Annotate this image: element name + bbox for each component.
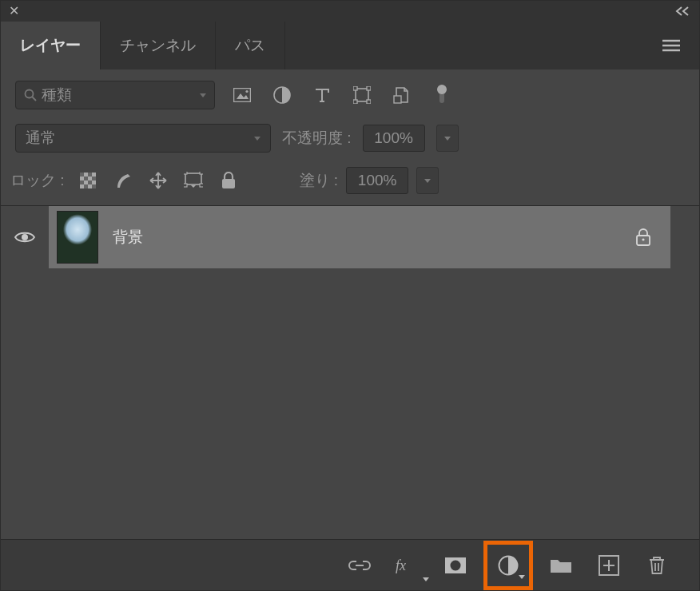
svg-rect-22: [92, 184, 96, 188]
opacity-value: 100%: [374, 129, 413, 147]
layers-list: 背景: [1, 206, 699, 510]
blend-opacity-row: 通常 不透明度 : 100%: [1, 117, 699, 159]
tab-paths[interactable]: パス: [216, 22, 285, 69]
search-icon: [24, 89, 37, 101]
lock-fill-row: ロック : 塗り : 100%: [1, 159, 699, 206]
svg-rect-2: [234, 89, 251, 102]
close-icon[interactable]: ✕: [9, 5, 19, 18]
svg-rect-28: [222, 179, 235, 188]
lock-all-icon[interactable]: [218, 170, 239, 191]
layer-row[interactable]: 背景: [1, 206, 699, 268]
link-layers-button[interactable]: [340, 546, 380, 585]
fill-value-input[interactable]: 100%: [346, 167, 408, 194]
filter-pixel-icon[interactable]: [233, 85, 252, 105]
filter-type-select[interactable]: 種類: [15, 81, 215, 109]
svg-point-4: [245, 90, 248, 93]
panel-titlebar: ✕: [1, 1, 699, 22]
chevron-down-icon: [200, 93, 206, 97]
svg-rect-18: [92, 177, 96, 180]
svg-marker-3: [237, 93, 249, 99]
svg-rect-11: [394, 96, 401, 103]
chevron-down-icon: [423, 577, 429, 581]
svg-rect-27: [200, 184, 203, 187]
filter-type-text-icon[interactable]: [312, 85, 332, 105]
opacity-stepper[interactable]: [436, 125, 459, 152]
svg-line-1: [33, 97, 37, 101]
layer-filter-row: 種類: [1, 69, 699, 117]
svg-point-29: [22, 234, 28, 240]
lock-position-icon[interactable]: [148, 170, 169, 191]
svg-rect-10: [367, 100, 371, 104]
fill-label: 塗り :: [300, 170, 339, 191]
filter-shape-icon[interactable]: [352, 85, 372, 105]
opacity-label: 不透明度 :: [282, 128, 352, 149]
svg-rect-7: [353, 86, 357, 90]
layer-fx-button[interactable]: fx: [388, 546, 428, 585]
svg-rect-26: [184, 184, 187, 187]
chevron-down-icon: [519, 575, 525, 579]
visibility-toggle[interactable]: [1, 230, 49, 244]
add-mask-button[interactable]: [436, 546, 475, 585]
svg-rect-9: [353, 100, 357, 104]
lock-transparent-icon[interactable]: [78, 170, 98, 191]
opacity-value-input[interactable]: 100%: [363, 125, 425, 152]
filter-adjustment-icon[interactable]: [272, 85, 292, 105]
filter-toggle-switch[interactable]: [432, 85, 451, 105]
filter-type-label: 種類: [42, 85, 72, 105]
lock-artboard-icon[interactable]: [183, 170, 204, 191]
svg-rect-15: [80, 173, 84, 177]
tab-label: レイヤー: [20, 35, 81, 56]
layer-name-label[interactable]: 背景: [113, 227, 143, 248]
lock-image-icon[interactable]: [113, 170, 133, 191]
delete-layer-button[interactable]: [637, 546, 677, 585]
tab-label: チャンネル: [120, 35, 196, 56]
svg-point-34: [451, 560, 461, 570]
filter-smartobject-icon[interactable]: [392, 85, 412, 105]
collapse-icon[interactable]: [675, 6, 691, 16]
svg-rect-16: [88, 173, 92, 177]
svg-rect-19: [80, 180, 84, 184]
new-layer-button[interactable]: [589, 546, 629, 585]
tab-label: パス: [235, 35, 265, 56]
svg-rect-17: [84, 177, 88, 180]
layer-lock-icon[interactable]: [635, 228, 651, 246]
svg-rect-20: [88, 180, 92, 184]
svg-rect-25: [200, 172, 203, 174]
svg-point-0: [26, 90, 34, 98]
layer-thumbnail[interactable]: [57, 211, 98, 264]
layers-footer-toolbar: fx: [1, 539, 699, 590]
svg-rect-23: [185, 173, 201, 184]
blend-mode-value: 通常: [26, 128, 56, 149]
new-group-button[interactable]: [541, 546, 581, 585]
fill-value: 100%: [358, 172, 397, 189]
svg-text:fx: fx: [396, 557, 406, 573]
panel-menu-button[interactable]: [643, 22, 699, 69]
svg-rect-21: [84, 184, 88, 188]
new-adjustment-layer-button[interactable]: [483, 541, 533, 590]
svg-rect-8: [367, 86, 371, 90]
svg-rect-24: [184, 172, 187, 174]
svg-point-31: [642, 238, 644, 240]
lock-label: ロック :: [10, 170, 65, 191]
fill-stepper[interactable]: [416, 167, 439, 194]
chevron-down-icon: [254, 137, 261, 141]
svg-point-13: [437, 85, 447, 94]
blend-mode-select[interactable]: 通常: [15, 124, 271, 153]
panel-tabs: レイヤー チャンネル パス: [1, 22, 699, 69]
tab-layers[interactable]: レイヤー: [1, 22, 101, 69]
tab-channels[interactable]: チャンネル: [101, 22, 216, 69]
